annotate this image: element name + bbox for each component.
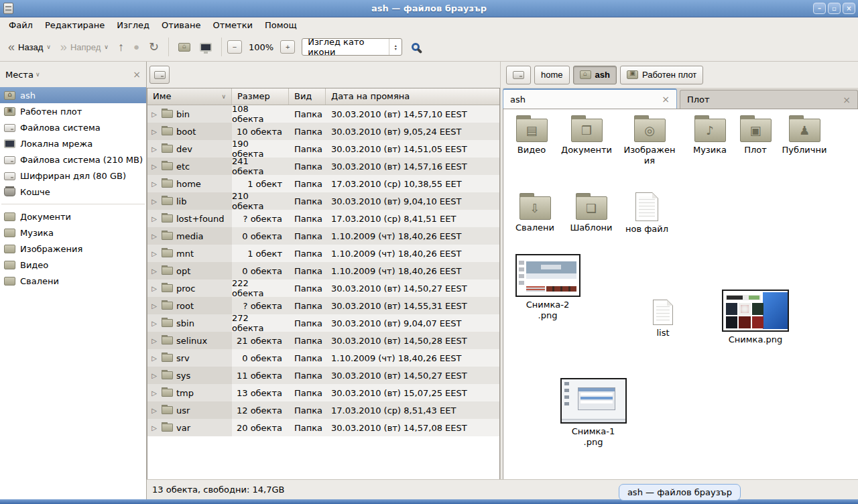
up-button[interactable]: ↑ bbox=[114, 38, 128, 56]
sidebar-item-encrypted-80gb[interactable]: Шифриран дял (80 GB) bbox=[0, 168, 146, 184]
table-row[interactable]: ▷boot10 обектаПапка30.03.2010 (вт) 9,05,… bbox=[147, 123, 499, 140]
stop-button[interactable]: ● bbox=[129, 38, 143, 56]
expander-icon[interactable]: ▷ bbox=[150, 198, 158, 205]
table-row[interactable]: ▷dev190 обектаПапка30.03.2010 (вт) 14,51… bbox=[147, 140, 499, 158]
table-row[interactable]: ▷bin108 обектаПапка30.03.2010 (вт) 14,57… bbox=[147, 105, 499, 123]
expander-icon[interactable]: ▷ bbox=[150, 250, 158, 257]
expander-icon[interactable]: ▷ bbox=[150, 320, 158, 327]
menu-item-3[interactable]: Отиване bbox=[156, 19, 206, 32]
home-button[interactable] bbox=[174, 40, 194, 55]
sidebar-item-desktop[interactable]: Работен плот bbox=[0, 103, 146, 119]
icon-item-documents-folder[interactable]: ❐Документи bbox=[558, 115, 615, 155]
table-row[interactable]: ▷media0 обектаПапка1.10.2009 (чт) 18,40,… bbox=[147, 227, 499, 245]
table-row[interactable]: ▷selinux21 обектаПапка30.03.2010 (вт) 14… bbox=[147, 332, 499, 349]
tab-ash[interactable]: ash× bbox=[503, 88, 677, 109]
icon-item-snimka-png[interactable]: Снимка.png bbox=[719, 290, 792, 345]
icon-item-new-file[interactable]: нов файл bbox=[619, 192, 675, 235]
zoom-in-button[interactable]: + bbox=[280, 40, 295, 54]
sidebar-item-trash[interactable]: Кошче bbox=[0, 184, 146, 200]
column-header-date[interactable]: Дата на промяна bbox=[326, 88, 499, 105]
expander-icon[interactable]: ▷ bbox=[150, 145, 158, 153]
icon-item-snimka-1-png[interactable]: Снимка-1.png bbox=[557, 378, 629, 447]
icon-item-templates-folder[interactable]: ❏Шаблони bbox=[563, 192, 619, 233]
icon-item-public-folder[interactable]: ♟Публични bbox=[776, 115, 833, 155]
taskbar-window-button[interactable]: ash — файлов браузър bbox=[619, 484, 741, 501]
minimize-button[interactable]: – bbox=[813, 3, 826, 14]
table-row[interactable]: ▷srv0 обектаПапка1.10.2009 (чт) 18,40,26… bbox=[147, 349, 499, 367]
table-row[interactable]: ▷var20 обектаПапка30.03.2010 (вт) 14,57,… bbox=[147, 419, 499, 436]
sidebar-item-filesystem[interactable]: Файлова система bbox=[0, 119, 146, 135]
reload-button[interactable]: ↻ bbox=[145, 38, 163, 56]
table-row[interactable]: ▷lib210 обектаПапка30.03.2010 (вт) 9,04,… bbox=[147, 192, 499, 210]
icon-item-snimka-2-png[interactable]: Снимка-2.png bbox=[511, 254, 584, 320]
menu-item-1[interactable]: Редактиране bbox=[39, 19, 111, 32]
sidebar-item-music[interactable]: Музика bbox=[0, 225, 146, 241]
table-row[interactable]: ▷mnt1 обектПапка1.10.2009 (чт) 18,40,26 … bbox=[147, 245, 499, 262]
computer-button[interactable] bbox=[196, 40, 216, 55]
column-header-name[interactable]: Име∨ bbox=[147, 88, 232, 105]
tab-plot[interactable]: Плот× bbox=[680, 90, 858, 109]
pathbar-button-desktop[interactable]: Работен плот bbox=[620, 66, 703, 84]
sidebar-title[interactable]: Места bbox=[5, 70, 34, 80]
zoom-out-button[interactable]: − bbox=[227, 40, 242, 54]
table-row[interactable]: ▷lost+found? обектаПапка17.03.2010 (ср) … bbox=[147, 210, 499, 227]
expander-icon[interactable]: ▷ bbox=[150, 111, 158, 118]
forward-button[interactable]: » Напред ∨ bbox=[56, 38, 113, 56]
table-row[interactable]: ▷proc222 обектаПапка30.03.2010 (вт) 14,5… bbox=[147, 279, 499, 297]
expander-icon[interactable]: ▷ bbox=[150, 355, 158, 362]
pathbar-button-ash[interactable]: ash bbox=[573, 66, 617, 84]
menu-item-0[interactable]: Файл bbox=[3, 19, 39, 32]
table-row[interactable]: ▷sbin272 обектаПапка30.03.2010 (вт) 9,04… bbox=[147, 314, 499, 332]
view-mode-select[interactable]: Изглед като икони ▴▾ bbox=[302, 38, 402, 56]
sidebar-item-pictures[interactable]: Изображения bbox=[0, 241, 146, 257]
expander-icon[interactable]: ▷ bbox=[150, 128, 158, 135]
pathbar-button-root-drive[interactable] bbox=[506, 66, 531, 84]
icon-item-downloads-folder[interactable]: ⇩Свалени bbox=[507, 192, 563, 233]
table-row[interactable]: ▷tmp13 обектаПапка30.03.2010 (вт) 15,07,… bbox=[147, 384, 499, 401]
expander-icon[interactable]: ▷ bbox=[150, 233, 158, 240]
sidebar-item-documents[interactable]: Документи bbox=[0, 208, 146, 225]
expander-icon[interactable]: ▷ bbox=[150, 424, 158, 432]
expander-icon[interactable]: ▷ bbox=[150, 337, 158, 344]
sidebar-item-local-network[interactable]: Локална мрежа bbox=[0, 135, 146, 151]
expander-icon[interactable]: ▷ bbox=[150, 267, 158, 275]
table-row[interactable]: ▷home1 обектПапка17.03.2010 (ср) 10,38,5… bbox=[147, 175, 499, 192]
sidebar-close-icon[interactable]: × bbox=[133, 69, 141, 80]
icon-item-list-file[interactable]: list bbox=[641, 300, 684, 338]
close-button[interactable]: × bbox=[843, 3, 855, 14]
column-header-type[interactable]: Вид bbox=[289, 88, 326, 105]
back-dropdown-icon[interactable]: ∨ bbox=[46, 44, 51, 50]
table-row[interactable]: ▷sys11 обектаПапка30.03.2010 (вт) 14,50,… bbox=[147, 367, 499, 384]
menu-item-4[interactable]: Отметки bbox=[206, 19, 258, 32]
maximize-button[interactable]: ▫ bbox=[828, 3, 841, 14]
icon-item-pictures-folder[interactable]: ◎Изображения bbox=[621, 115, 678, 166]
sidebar-item-video[interactable]: Видео bbox=[0, 257, 146, 273]
expander-icon[interactable]: ▷ bbox=[150, 389, 158, 397]
table-row[interactable]: ▷etc241 обектаПапка30.03.2010 (вт) 14,57… bbox=[147, 158, 499, 175]
tree-root-button[interactable] bbox=[149, 66, 170, 84]
column-header-size[interactable]: Размер bbox=[232, 88, 289, 105]
titlebar[interactable]: ash — файлов браузър – ▫ × bbox=[0, 0, 858, 17]
table-row[interactable]: ▷root? обектаПапка30.03.2010 (вт) 14,55,… bbox=[147, 297, 499, 314]
table-row[interactable]: ▷opt0 обектаПапка1.10.2009 (чт) 18,40,26… bbox=[147, 262, 499, 279]
sidebar-item-downloads[interactable]: Свалени bbox=[0, 273, 146, 289]
sidebar-item-home[interactable]: ash bbox=[0, 87, 146, 103]
sidebar-item-filesystem-210mb[interactable]: Файлова система (210 MB) bbox=[0, 151, 146, 168]
expander-icon[interactable]: ▷ bbox=[150, 407, 158, 414]
sidebar-title-dropdown-icon[interactable]: ∨ bbox=[36, 71, 40, 78]
expander-icon[interactable]: ▷ bbox=[150, 372, 158, 379]
table-row[interactable]: ▷usr12 обектаПапка17.03.2010 (ср) 8,51,4… bbox=[147, 401, 499, 419]
expander-icon[interactable]: ▷ bbox=[150, 163, 158, 170]
icon-item-desktop-folder[interactable]: ▣Плот bbox=[727, 115, 784, 155]
pathbar-button-home[interactable]: home bbox=[534, 66, 570, 84]
menu-item-5[interactable]: Помощ bbox=[259, 19, 303, 32]
expander-icon[interactable]: ▷ bbox=[150, 302, 158, 310]
tab-close-icon[interactable]: × bbox=[656, 94, 670, 105]
search-icon[interactable] bbox=[412, 43, 420, 51]
back-button[interactable]: « Назад ∨ bbox=[4, 38, 55, 56]
expander-icon[interactable]: ▷ bbox=[150, 215, 158, 223]
menu-item-2[interactable]: Изглед bbox=[111, 19, 156, 32]
expander-icon[interactable]: ▷ bbox=[150, 285, 158, 292]
tab-close-icon[interactable]: × bbox=[837, 94, 851, 105]
expander-icon[interactable]: ▷ bbox=[150, 180, 158, 188]
